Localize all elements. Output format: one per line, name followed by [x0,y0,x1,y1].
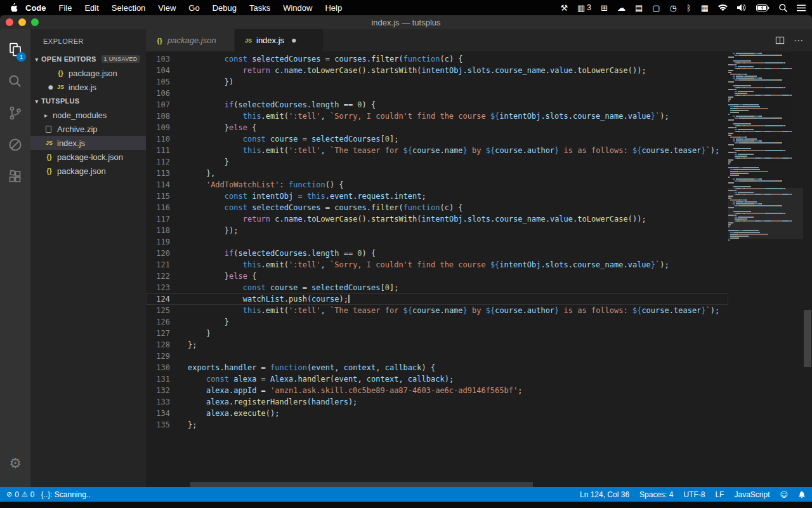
cloud-icon[interactable]: ☁ [617,3,625,13]
menu-window[interactable]: Window [283,3,312,13]
extensions-icon[interactable] [0,161,30,192]
language-mode[interactable]: JavaScript [734,490,769,499]
code-line-121[interactable]: 121 this.emit(':tell', `Sorry, I couldn'… [146,259,728,271]
open-editor-index-js[interactable]: ●JSindex.js [30,80,146,94]
minimize-button[interactable] [18,18,26,26]
code-line-125[interactable]: 125 this.emit(':tell', `The teaser for $… [146,305,728,316]
spotlight-icon[interactable] [779,4,787,12]
macos-menu-bar: Code FileEditSelectionViewGoDebugTasksWi… [0,0,812,15]
code-line-114[interactable]: 114 'AddToWatchList': function() { [146,179,728,190]
search-icon[interactable] [0,65,30,97]
code-line-134[interactable]: 134 alexa.execute(); [146,408,728,419]
tab-index-js[interactable]: JSindex.js● [235,29,324,51]
menu-app-name[interactable]: Code [25,3,46,13]
cursor-position[interactable]: Ln 124, Col 36 [580,490,629,499]
code-line-129[interactable]: 129 [146,351,728,362]
menu-tasks[interactable]: Tasks [249,3,270,13]
indentation-setting[interactable]: Spaces: 4 [639,490,673,499]
menu-edit[interactable]: Edit [84,3,98,13]
feedback-smiley-icon[interactable]: ☺ [780,490,788,499]
modified-dot-icon[interactable]: ● [292,37,296,43]
code-line-126[interactable]: 126 } [146,316,728,328]
code-line-113[interactable]: 113 }, [146,168,728,179]
code-line-130[interactable]: 130exports.handler = function(event, con… [146,362,728,373]
horizontal-scrollbar[interactable] [190,482,533,487]
open-editor-package-json[interactable]: {}package.json [30,66,146,80]
tree-item-package-json[interactable]: {}package.json [30,164,146,178]
vertical-scrollbar[interactable] [803,51,812,487]
window-icon[interactable]: ⊞ [601,3,608,13]
menu-debug[interactable]: Debug [213,3,237,13]
error-icon: ⊘ [6,490,12,498]
menu-go[interactable]: Go [188,3,199,13]
code-line-115[interactable]: 115 const intentObj = this.event.request… [146,190,728,202]
wifi-icon[interactable] [718,4,728,11]
code-line-120[interactable]: 120 if(selectedCourses.length == 0) { [146,248,728,259]
code-line-128[interactable]: 128}; [146,339,728,351]
tab-package-json[interactable]: {}package.json [146,29,235,51]
problems-indicator[interactable]: ⊘ 0 ⚠ 0 [6,490,34,499]
tree-item-package-lock-json[interactable]: {}package-lock.json [30,150,146,164]
code-line-119[interactable]: 119 [146,236,728,248]
display-icon[interactable]: ▢ [652,3,660,13]
code-line-118[interactable]: 118 }); [146,225,728,236]
code-line-132[interactable]: 132 alexa.appId = 'amzn1.ask.skill.c0c5b… [146,385,728,396]
apple-menu-icon[interactable] [10,3,18,12]
minimap-slider[interactable] [728,188,803,239]
line-number: 112 [146,156,170,168]
code-line-135[interactable]: 135}; [146,419,728,431]
eol-setting[interactable]: LF [715,490,724,499]
volume-icon[interactable] [737,4,747,11]
document-icon[interactable]: ▤ [635,3,643,13]
code-line-109[interactable]: 109 }else { [146,122,728,133]
tree-item-node-modules[interactable]: ▸node_modules [30,108,146,122]
explorer-icon[interactable]: 1 [0,34,30,65]
folder-root-header[interactable]: ▾ TUTSPLUS [30,94,146,108]
code-line-122[interactable]: 122 }else { [146,271,728,282]
split-editor-icon[interactable] [775,36,785,45]
code-line-124[interactable]: 124 watchList.push(course); [146,293,728,305]
code-line-111[interactable]: 111 this.emit(':tell', `The teaser for $… [146,145,728,156]
battery-icon[interactable] [756,4,769,11]
status-bar: ⊘ 0 ⚠ 0 {..}: Scanning.. Ln 124, Col 36 … [0,487,812,502]
code-line-112[interactable]: 112 } [146,156,728,168]
notification-center-icon[interactable] [797,4,806,11]
vertical-scrollbar-thumb[interactable] [804,310,811,367]
code-line-108[interactable]: 108 this.emit(':tell', `Sorry, I couldn'… [146,110,728,122]
performance-icon[interactable]: ▥3 [577,3,591,13]
time-machine-icon[interactable]: ◷ [670,3,677,13]
encoding-setting[interactable]: UTF-8 [683,490,705,499]
code-line-104[interactable]: 104 return c.name.toLowerCase().startsWi… [146,65,728,76]
more-actions-icon[interactable]: ⋯ [794,35,803,46]
zoom-button[interactable] [31,18,39,26]
code-area[interactable]: 103 const selectedCourses = courses.filt… [146,53,728,487]
source-control-icon[interactable] [0,97,30,129]
minimap[interactable] [728,53,803,487]
tree-item-index-js[interactable]: JSindex.js [30,136,146,150]
menu-view[interactable]: View [158,3,176,13]
code-line-106[interactable]: 106 [146,88,728,99]
code-line-127[interactable]: 127 } [146,328,728,339]
debug-icon[interactable] [0,129,30,161]
code-line-116[interactable]: 116 const selectedCourses = courses.filt… [146,202,728,213]
code-line-117[interactable]: 117 return c.name.toLowerCase().startsWi… [146,213,728,225]
menu-selection[interactable]: Selection [112,3,145,13]
tree-item-archive-zip[interactable]: Archive.zip [30,122,146,136]
code-line-110[interactable]: 110 const course = selectedCourses[0]; [146,133,728,145]
menu-help[interactable]: Help [325,3,342,13]
app-widget-icon[interactable]: ⚒ [560,3,568,13]
code-line-107[interactable]: 107 if(selectedCourses.length == 0) { [146,99,728,110]
code-line-123[interactable]: 123 const course = selectedCourses[0]; [146,282,728,293]
settings-gear-icon[interactable]: ⚙ [0,448,30,479]
open-editors-header[interactable]: ▾ OPEN EDITORS 1 UNSAVED [30,52,146,66]
notifications-bell-icon[interactable] [798,490,806,498]
linter-status[interactable]: {..}: Scanning.. [41,490,90,499]
code-line-131[interactable]: 131 const alexa = Alexa.handler(event, c… [146,373,728,385]
keyboard-brightness-icon[interactable]: ▦ [701,3,709,13]
close-button[interactable] [6,18,13,26]
bluetooth-icon[interactable]: ᛒ [686,3,691,13]
code-line-133[interactable]: 133 alexa.registerHandlers(handlers); [146,396,728,408]
code-line-103[interactable]: 103 const selectedCourses = courses.filt… [146,53,728,65]
code-line-105[interactable]: 105 }) [146,76,728,88]
menu-file[interactable]: File [59,3,72,13]
